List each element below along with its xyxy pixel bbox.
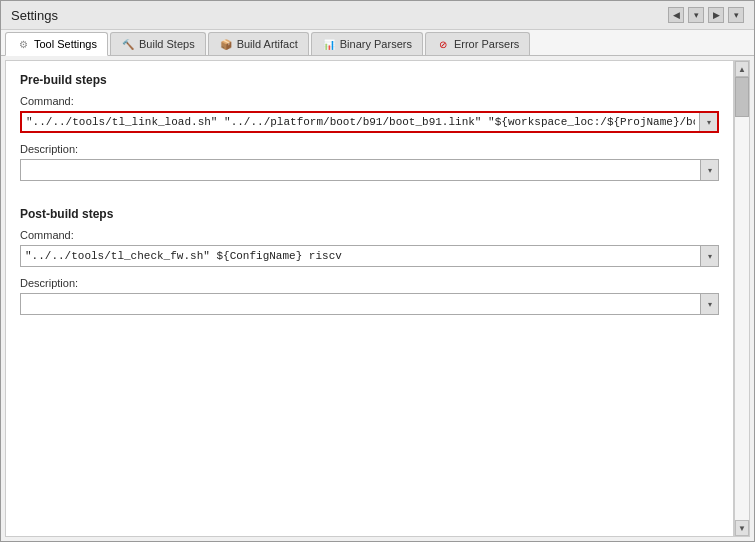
scrollbar-down-button[interactable]: ▼: [735, 520, 749, 536]
main-panel: Pre-build steps Command: ▾ Description: …: [5, 60, 734, 537]
scrollbar-up-button[interactable]: ▲: [735, 61, 749, 77]
forward-dropdown-button[interactable]: ▾: [728, 7, 744, 23]
tab-binary-parsers[interactable]: 📊 Binary Parsers: [311, 32, 423, 55]
postbuild-description-field[interactable]: ▾: [20, 293, 719, 315]
window-title: Settings: [11, 8, 58, 23]
tab-build-artifact[interactable]: 📦 Build Artifact: [208, 32, 309, 55]
scrollbar-thumb[interactable]: [735, 77, 749, 117]
tab-binary-parsers-label: Binary Parsers: [340, 38, 412, 50]
postbuild-section: Post-build steps Command: ▾ Description:…: [20, 207, 719, 315]
tab-bar: ⚙ Tool Settings 🔨 Build Steps 📦 Build Ar…: [1, 30, 754, 56]
title-bar-controls: ◀ ▾ ▶ ▾: [668, 7, 744, 23]
settings-window: Settings ◀ ▾ ▶ ▾ ⚙ Tool Settings 🔨 Build…: [0, 0, 755, 542]
tab-error-parsers-label: Error Parsers: [454, 38, 519, 50]
content-area: Pre-build steps Command: ▾ Description: …: [1, 56, 754, 541]
tab-tool-settings-label: Tool Settings: [34, 38, 97, 50]
forward-button[interactable]: ▶: [708, 7, 724, 23]
tab-build-artifact-label: Build Artifact: [237, 38, 298, 50]
prebuild-command-input[interactable]: [22, 116, 699, 128]
prebuild-description-input[interactable]: [21, 164, 700, 176]
postbuild-command-dropdown[interactable]: ▾: [700, 246, 718, 266]
postbuild-command-label: Command:: [20, 229, 719, 241]
postbuild-description-input[interactable]: [21, 298, 700, 310]
postbuild-command-input[interactable]: [21, 250, 700, 262]
build-steps-icon: 🔨: [121, 37, 135, 51]
postbuild-command-field[interactable]: ▾: [20, 245, 719, 267]
back-button[interactable]: ◀: [668, 7, 684, 23]
build-artifact-icon: 📦: [219, 37, 233, 51]
back-dropdown-button[interactable]: ▾: [688, 7, 704, 23]
postbuild-description-label: Description:: [20, 277, 719, 289]
prebuild-description-dropdown[interactable]: ▾: [700, 160, 718, 180]
tab-error-parsers[interactable]: ⊘ Error Parsers: [425, 32, 530, 55]
scrollbar: ▲ ▼: [734, 60, 750, 537]
prebuild-command-label: Command:: [20, 95, 719, 107]
prebuild-description-field[interactable]: ▾: [20, 159, 719, 181]
title-bar: Settings ◀ ▾ ▶ ▾: [1, 1, 754, 30]
prebuild-command-field[interactable]: ▾: [20, 111, 719, 133]
tab-tool-settings[interactable]: ⚙ Tool Settings: [5, 32, 108, 56]
tab-build-steps-label: Build Steps: [139, 38, 195, 50]
prebuild-command-dropdown[interactable]: ▾: [699, 113, 717, 131]
postbuild-section-title: Post-build steps: [20, 207, 719, 221]
binary-parsers-icon: 📊: [322, 37, 336, 51]
scrollbar-track[interactable]: [735, 77, 749, 520]
tool-settings-icon: ⚙: [16, 37, 30, 51]
tab-build-steps[interactable]: 🔨 Build Steps: [110, 32, 206, 55]
postbuild-description-dropdown[interactable]: ▾: [700, 294, 718, 314]
error-parsers-icon: ⊘: [436, 37, 450, 51]
prebuild-section-title: Pre-build steps: [20, 73, 719, 87]
prebuild-description-label: Description:: [20, 143, 719, 155]
